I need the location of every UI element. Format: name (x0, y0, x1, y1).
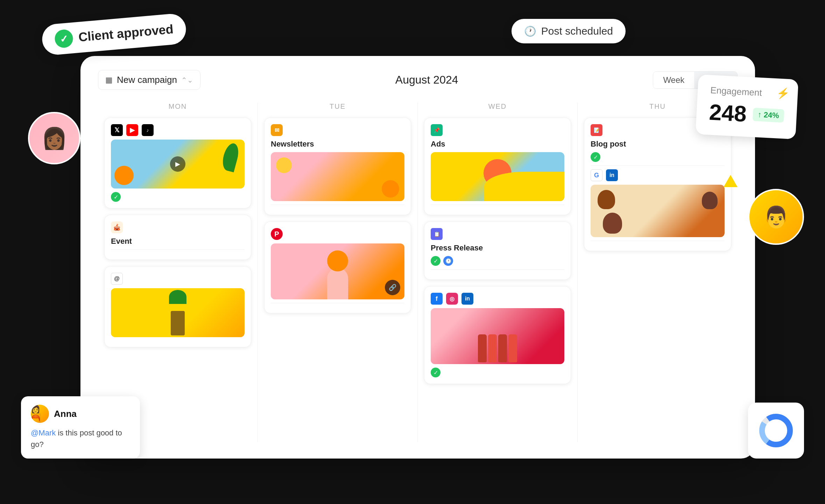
monday-card-1[interactable]: 𝕏 ▶ ♪ ▶ ✓ (104, 118, 251, 208)
tuesday-label: TUE (264, 102, 411, 111)
wednesday-card-3[interactable]: f ◎ in ✓ (424, 286, 571, 384)
wednesday-label: WED (424, 102, 571, 111)
clock-icon: 🕐 (524, 26, 536, 37)
thursday-column: THU 📝 Blog post ✓ G in (578, 102, 738, 442)
donut-chart (757, 411, 795, 450)
monday-social-icons: 𝕏 ▶ ♪ (111, 124, 245, 136)
post-scheduled-text: Post scheduled (541, 25, 613, 37)
chat-mention: @Mark (31, 428, 56, 437)
client-approved-text: Client approved (78, 22, 174, 45)
wednesday-column: WED 📌 Ads 📋 Press Release (418, 102, 578, 442)
ads-icon: 📌 (431, 124, 443, 136)
youtube-icon: ▶ (126, 124, 138, 136)
newsletters-icon-row: ✉ (271, 124, 404, 136)
client-approved-badge: ✓ Client approved (41, 13, 187, 56)
event-icon: 🎪 (111, 221, 123, 233)
wednesday-card-3-image (431, 308, 564, 364)
calendar-icon: ▦ (105, 76, 113, 85)
x-icon: 𝕏 (111, 124, 123, 136)
days-grid: MON 𝕏 ▶ ♪ ▶ ✓ (98, 102, 738, 442)
person-avatar-right: 👨 (749, 190, 803, 243)
google-icon: G (591, 169, 602, 181)
monday-card-3[interactable]: @ (104, 266, 251, 347)
monday-column: MON 𝕏 ▶ ♪ ▶ ✓ (98, 102, 258, 442)
person-avatar-left: 👩🏾 (29, 113, 79, 163)
engagement-number: 248 (708, 99, 747, 127)
monday-card-2[interactable]: 🎪 Event (104, 215, 251, 260)
tuesday-column: TUE ✉ Newsletters P (258, 102, 418, 442)
monday-card-1-image: ▶ (111, 140, 245, 189)
link-icon: 🔗 (385, 280, 400, 295)
threads-icon: @ (111, 273, 123, 285)
tuesday-card-2[interactable]: P 🔗 (264, 221, 411, 313)
wednesday-card-1[interactable]: 📌 Ads (424, 118, 571, 215)
newsletter-icon: ✉ (271, 124, 283, 136)
calendar-header: ▦ New campaign ⌃⌄ August 2024 Week Month (98, 70, 738, 90)
event-title: Event (111, 237, 245, 246)
blog-check: ✓ (591, 152, 600, 162)
press-check: ✓ (431, 256, 440, 266)
engagement-label: Engagement (710, 85, 785, 99)
chevron-icon: ⌃⌄ (181, 76, 193, 84)
facebook-icon: f (431, 293, 443, 305)
thursday-card-1-image (591, 185, 725, 237)
instagram-icon: ◎ (446, 293, 458, 305)
blog-icon: 📝 (591, 124, 602, 136)
threads-icon-row: @ (111, 273, 245, 285)
tiktok-icon: ♪ (142, 124, 154, 136)
wednesday-card-1-image (431, 152, 564, 201)
tuesday-card-1[interactable]: ✉ Newsletters (264, 118, 411, 215)
linkedin-icon: in (461, 293, 473, 305)
ads-title: Ads (431, 140, 564, 149)
press-clock: 🕐 (443, 256, 453, 266)
pinterest-icon-row: P (271, 228, 404, 240)
newsletters-title: Newsletters (271, 140, 404, 149)
event-icon-row: 🎪 (111, 221, 245, 233)
press-release-title: Press Release (431, 243, 564, 253)
blog-title: Blog post (591, 140, 725, 149)
pinterest-icon: P (271, 228, 283, 240)
donut-chart-card (748, 403, 804, 459)
press-release-icon-row: 📋 (431, 228, 564, 240)
week-view-button[interactable]: Week (653, 72, 694, 88)
chat-name: Anna (54, 409, 77, 419)
main-calendar-card: ▦ New campaign ⌃⌄ August 2024 Week Month… (80, 56, 755, 459)
chat-message: @Mark is this post good to go? (31, 427, 130, 450)
wednesday-card-2[interactable]: 📋 Press Release ✓ 🕐 (424, 221, 571, 280)
engagement-change: ↑ 24% (753, 108, 784, 123)
thursday-card-1[interactable]: 📝 Blog post ✓ G in (584, 118, 731, 251)
blog-social-icons: G in (591, 169, 725, 181)
approved-check: ✓ (111, 192, 121, 202)
triangle-decoration (724, 175, 738, 187)
chat-avatar: 👩🦰 (31, 405, 49, 423)
engagement-card: ⚡ Engagement 248 ↑ 24% (696, 74, 798, 140)
chat-bubble: 👩🦰 Anna @Mark is this post good to go? (21, 396, 140, 459)
play-button[interactable]: ▶ (170, 156, 185, 172)
month-title: August 2024 (200, 73, 653, 86)
avatar-right: 👨 (748, 189, 804, 245)
ads-icon-row: 📌 (431, 124, 564, 136)
campaign-selector[interactable]: ▦ New campaign ⌃⌄ (98, 70, 200, 90)
wednesday-card-3-social: f ◎ in (431, 293, 564, 305)
monday-label: MON (104, 102, 251, 111)
campaign-name: New campaign (117, 74, 177, 85)
avatar-left: 👩🏾 (28, 112, 80, 164)
bottles-check: ✓ (431, 368, 440, 377)
tuesday-card-2-image: 🔗 (271, 243, 404, 299)
tuesday-card-1-image (271, 152, 404, 201)
linkedin-icon-2: in (606, 169, 618, 181)
lightning-icon: ⚡ (776, 87, 790, 100)
press-release-icon: 📋 (431, 228, 443, 240)
check-icon: ✓ (54, 29, 73, 48)
monday-card-3-image (111, 288, 245, 337)
post-scheduled-badge: 🕐 Post scheduled (512, 19, 626, 43)
